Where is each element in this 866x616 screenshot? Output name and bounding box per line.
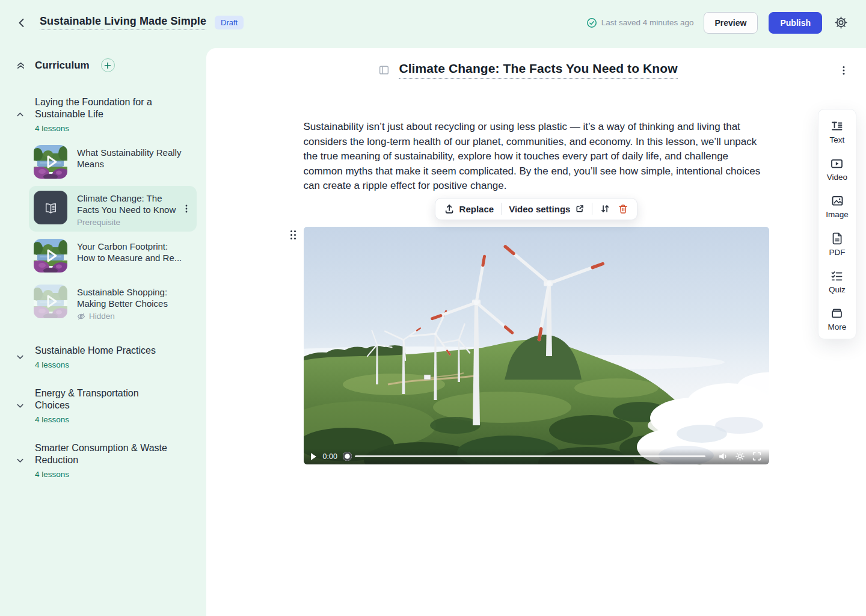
lesson-video-thumbnail — [34, 285, 67, 318]
video-settings-label: Video settings — [509, 204, 570, 214]
volume-icon[interactable] — [718, 451, 728, 461]
check-circle-icon — [586, 17, 597, 28]
lesson-options-button[interactable] — [837, 63, 850, 78]
video-player[interactable]: 0:00 — [304, 227, 769, 464]
chevron-down-icon — [16, 353, 25, 362]
text-icon — [830, 120, 844, 133]
seek-knob[interactable] — [343, 452, 352, 461]
video-icon — [830, 157, 844, 170]
top-bar: Sustainable Living Made Simple Draft Las… — [0, 0, 866, 45]
insert-block-rail: Text Video Image PDF — [818, 109, 856, 339]
pdf-icon — [831, 232, 844, 245]
section-title: Laying the Foundation for a Sustainable … — [35, 96, 173, 120]
preview-button[interactable]: Preview — [704, 12, 758, 34]
insert-video-label: Video — [827, 173, 847, 182]
lesson-intro-paragraph[interactable]: Sustainability isn’t just about recyclin… — [304, 120, 769, 194]
delete-block-button[interactable] — [618, 203, 628, 214]
publish-button[interactable]: Publish — [769, 12, 822, 34]
lesson-title: Climate Change: The Facts You Need to Kn… — [77, 192, 183, 215]
curriculum-section: Laying the Foundation for a Sustainable … — [10, 96, 197, 325]
lesson-item-selected[interactable]: Climate Change: The Facts You Need to Kn… — [29, 186, 197, 232]
chevron-down-icon — [16, 401, 25, 410]
insert-more-label: More — [828, 322, 847, 331]
lesson-hidden-label: Hidden — [89, 312, 115, 321]
video-poster-wind-turbines — [304, 227, 769, 464]
player-settings-icon[interactable] — [735, 451, 745, 461]
insert-pdf-button[interactable]: PDF — [829, 232, 846, 257]
panel-toggle-icon — [378, 64, 390, 76]
lesson-prerequisite-label: Prerequisite — [77, 218, 183, 227]
image-icon — [831, 194, 844, 208]
section-lesson-count: 4 lessons — [35, 360, 156, 369]
replace-label: Replace — [459, 204, 494, 214]
lesson-title: Sustainable Shopping: Making Better Choi… — [77, 286, 183, 309]
insert-text-label: Text — [830, 135, 845, 144]
curriculum-heading: Curriculum — [35, 60, 90, 72]
section-lesson-count: 4 lessons — [35, 124, 173, 133]
insert-image-label: Image — [826, 210, 849, 219]
toggle-sidebar-button[interactable] — [377, 63, 391, 77]
chevron-left-icon — [16, 17, 28, 29]
toolbar-divider — [501, 203, 502, 215]
save-status: Last saved 4 minutes ago — [586, 17, 694, 28]
lesson-title: Your Carbon Footprint: How to Measure an… — [77, 241, 183, 263]
insert-quiz-button[interactable]: Quiz — [829, 270, 846, 294]
lesson-menu-button[interactable] — [180, 202, 193, 216]
trash-icon — [618, 203, 628, 214]
kebab-menu-icon — [840, 65, 848, 76]
status-badge: Draft — [215, 16, 244, 29]
section-title: Sustainable Home Practices — [35, 345, 156, 357]
replace-button[interactable]: Replace — [444, 203, 494, 214]
block-drag-handle[interactable] — [290, 230, 296, 239]
gear-icon — [834, 16, 848, 29]
lesson-item-hidden[interactable]: Sustainable Shopping: Making Better Choi… — [29, 280, 197, 325]
insert-video-button[interactable]: Video — [827, 157, 847, 182]
video-settings-button[interactable]: Video settings — [509, 204, 585, 214]
curriculum-section: Smarter Consumption & Waste Reduction 4 … — [10, 442, 197, 479]
eye-off-icon — [77, 312, 85, 321]
course-title[interactable]: Sustainable Living Made Simple — [40, 15, 206, 30]
curriculum-section: Sustainable Home Practices 4 lessons — [10, 345, 197, 369]
external-link-icon — [575, 204, 585, 214]
play-button[interactable] — [311, 453, 316, 460]
section-header[interactable]: Sustainable Home Practices 4 lessons — [10, 345, 197, 369]
quiz-checklist-icon — [830, 270, 844, 283]
lesson-video-thumbnail — [34, 145, 67, 179]
more-blocks-icon — [830, 307, 844, 320]
fullscreen-icon[interactable] — [752, 451, 762, 461]
insert-image-button[interactable]: Image — [826, 194, 849, 219]
seek-track[interactable] — [355, 455, 705, 457]
section-lesson-count: 4 lessons — [35, 415, 173, 424]
settings-button[interactable] — [832, 13, 850, 32]
lesson-video-thumbnail — [34, 239, 67, 273]
back-button[interactable] — [13, 14, 30, 31]
section-header[interactable]: Smarter Consumption & Waste Reduction 4 … — [10, 442, 197, 479]
lesson-reading-tile — [34, 191, 67, 224]
book-icon — [43, 200, 59, 216]
section-header[interactable]: Laying the Foundation for a Sustainable … — [10, 96, 197, 133]
section-header[interactable]: Energy & Transportation Choices 4 lesson… — [10, 387, 197, 424]
lesson-item[interactable]: Your Carbon Footprint: How to Measure an… — [29, 234, 197, 277]
curriculum-sidebar: Curriculum Laying the Foundation for a S… — [0, 45, 206, 616]
insert-more-button[interactable]: More — [828, 307, 847, 331]
lesson-page-title[interactable]: Climate Change: The Facts You Need to Kn… — [399, 61, 677, 79]
video-block: Replace Video settings — [304, 227, 769, 464]
insert-text-button[interactable]: Text — [830, 120, 845, 144]
lesson-item[interactable]: What Sustainability Really Means — [29, 140, 197, 183]
reorder-button[interactable] — [600, 203, 610, 214]
curriculum-section: Energy & Transportation Choices 4 lesson… — [10, 387, 197, 424]
add-section-button[interactable] — [101, 58, 115, 72]
sort-arrows-icon — [600, 203, 610, 214]
lesson-title: What Sustainability Really Means — [77, 147, 183, 170]
section-title: Energy & Transportation Choices — [35, 387, 173, 411]
current-time: 0:00 — [323, 452, 337, 461]
chevron-down-icon — [16, 456, 25, 465]
section-lesson-count: 4 lessons — [35, 470, 173, 479]
video-controls: 0:00 — [304, 449, 769, 464]
collapse-all-button[interactable] — [16, 60, 26, 70]
double-chevron-up-icon — [16, 60, 26, 70]
save-status-text: Last saved 4 minutes ago — [601, 18, 694, 27]
toolbar-divider — [592, 203, 592, 215]
chevron-up-icon — [16, 110, 25, 119]
section-title: Smarter Consumption & Waste Reduction — [35, 442, 173, 466]
